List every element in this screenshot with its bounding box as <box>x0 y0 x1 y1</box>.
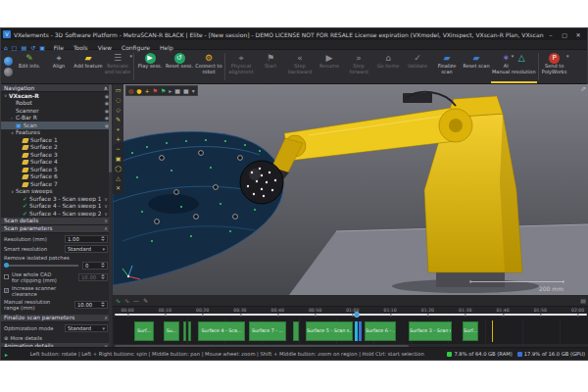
playhead-handle[interactable] <box>354 312 360 318</box>
remove-selection-icon[interactable]: − <box>114 144 122 154</box>
relocate-and-locate-button[interactable]: ☰Relocate and locate▾ <box>103 50 132 83</box>
tree-item-surface-4-scan-sweep-2[interactable]: ✓Surface 4 - Scan sweep 2∨ <box>1 210 111 218</box>
select-all-icon[interactable]: ▣ <box>114 154 122 164</box>
select-visible-icon[interactable]: ◯ <box>114 164 122 173</box>
ai-resolution-button[interactable]: ✶AI▾ <box>498 50 514 70</box>
timeline-ruler[interactable]: 00:0000:1000:2000:3000:4000:5001:0001:10… <box>113 307 588 318</box>
step-backward-button[interactable]: «Step backward <box>285 50 315 83</box>
maximize-button[interactable]: ▢ <box>558 31 571 38</box>
close-button[interactable]: ✕ <box>571 31 585 38</box>
flag-green-icon[interactable]: ⚑ <box>161 86 166 95</box>
resolution-input[interactable]: 1.00 <box>65 235 108 243</box>
timeline-block[interactable] <box>359 321 362 341</box>
go-home-button[interactable]: ⌂Go home <box>373 50 403 83</box>
animation-curve-icon[interactable]: ∿ <box>116 296 121 305</box>
tree-item-robot[interactable]: Robot◉ <box>1 100 111 108</box>
timeline-block[interactable] <box>188 321 191 341</box>
manual-range-input[interactable]: 10.00 <box>74 301 108 309</box>
slider-handle[interactable] <box>4 263 9 268</box>
select-polygon-icon[interactable]: ◇ <box>114 105 122 115</box>
tree-item-scan-sweeps[interactable]: ∨Scan sweeps <box>1 188 111 196</box>
timeline-block-su[interactable]: Su... <box>164 321 179 341</box>
tree-item-features[interactable]: ∨Features <box>1 129 111 137</box>
optimization-mode-select[interactable]: Standard ▾ <box>65 324 108 332</box>
dropdown-caret-icon[interactable]: ▾ <box>566 53 569 59</box>
timeline-slider-line[interactable] <box>115 314 587 316</box>
tree-item-scanner[interactable]: Scanner◉ <box>1 107 111 115</box>
tree-item-surface-3-scan-sweep-1[interactable]: ✓Surface 3 - Scan sweep 1∨ <box>1 195 111 203</box>
tree-item-surface-6[interactable]: Surface 6 <box>1 173 111 181</box>
tree-item-surface-7[interactable]: Surface 7 <box>1 180 111 188</box>
caret-down-icon[interactable]: ▾ <box>192 86 195 95</box>
tree-item-surface-4-scan-sweep-1[interactable]: ✓Surface 4 - Scan sweep 1∨ <box>1 203 111 211</box>
start-button[interactable]: ⚑Start <box>256 50 285 83</box>
stepper-arrows[interactable] <box>101 235 105 243</box>
reset-scan-button[interactable]: ▰Reset scan <box>462 50 491 83</box>
chevron-down-icon[interactable]: ∨ <box>104 203 108 209</box>
edit-curve-icon[interactable]: ✎ <box>143 296 148 305</box>
flag-red-icon[interactable]: ⚑ <box>153 86 158 95</box>
timeline-block-surf[interactable]: Surf... <box>463 321 478 341</box>
chevron-down-icon[interactable]: ∨ <box>104 196 108 202</box>
step-forward-button[interactable]: »Step forward <box>344 50 373 83</box>
play-session-button[interactable]: ▶Play sess. <box>135 50 165 83</box>
collapse-chevron-icon[interactable]: ∧ <box>104 85 108 91</box>
timeline-block[interactable] <box>355 321 358 341</box>
navigation-header[interactable]: Navigation ∧ <box>1 84 111 92</box>
tree-item-scan[interactable]: ▣Scan◉ <box>1 122 111 129</box>
clear-selection-icon[interactable]: ✕ <box>114 183 122 193</box>
timeline-block[interactable] <box>183 321 186 341</box>
tree-item-surface-2[interactable]: Surface 2 <box>1 144 111 152</box>
tree-item-surface-1[interactable]: Surface 1 <box>1 136 111 144</box>
tree-item-surface-3[interactable]: Surface 3 <box>1 151 111 159</box>
align-button[interactable]: ⌖Align <box>44 50 74 83</box>
timeline-block[interactable] <box>293 321 299 341</box>
viewer-sphere-icon[interactable] <box>4 57 13 66</box>
dropdown-caret-icon[interactable]: ▾ <box>129 53 132 59</box>
validate-button[interactable]: ✓Validate <box>403 50 432 83</box>
patches-slider[interactable] <box>4 265 78 267</box>
add-selection-icon[interactable]: + <box>114 134 122 144</box>
viewer-sphere-alt-icon[interactable] <box>4 68 13 76</box>
clipping-checkbox[interactable] <box>4 274 9 279</box>
timeline-block-surface-5-scan-s[interactable]: Surface 5 - Scan s... <box>306 321 353 341</box>
timeline-track[interactable]: Surf...Su...Surface 4 - Sca...Surface 7 … <box>113 318 588 344</box>
add-feature-button[interactable]: ▰Add feature <box>74 50 103 83</box>
chevron-down-icon[interactable]: ∨ <box>104 211 108 217</box>
more-details-link[interactable]: ⊕ More details <box>1 334 111 343</box>
tree-item-surface-4[interactable]: Surface 4 <box>1 159 111 167</box>
grid-select-icon[interactable]: ▦ <box>174 86 180 95</box>
curve-secondary-icon[interactable]: ∿ <box>124 296 129 305</box>
tree-item-surface-5[interactable]: Surface 5 <box>1 166 111 173</box>
caret-right-icon[interactable]: ▸ <box>169 86 172 95</box>
tree-item-c-bar-r[interactable]: ›C-Bar R◉ <box>1 115 111 122</box>
timeline-block-surface-4-sca[interactable]: Surface 4 - Sca... <box>198 321 245 341</box>
select-triangles-icon[interactable]: △ <box>114 173 122 183</box>
timeline-block-surface-3-scan-s[interactable]: Surface 3 - Scan s... <box>409 321 452 341</box>
send-to-polyworks-button[interactable]: PSend to PolyWorks▾ <box>540 50 569 83</box>
pick-icon[interactable]: ⌖ <box>114 124 122 134</box>
targets-dot-icon[interactable]: ● <box>136 86 141 95</box>
timeline-options-icon[interactable]: ▤ <box>580 297 586 304</box>
connect-to-robot-button[interactable]: ⚙Connect to robot <box>194 50 223 83</box>
tree-item-vxscan-r[interactable]: ∨VXscan-R◉ <box>1 92 111 100</box>
physical-alignment-button[interactable]: ⌖Physical alignment <box>226 50 256 83</box>
resolution-mesh-button[interactable]: △ <box>514 50 529 70</box>
scrollbar-thumb[interactable] <box>109 84 112 172</box>
grid-select-alt-icon[interactable]: ▦ <box>183 86 189 95</box>
add-target-icon[interactable]: + <box>145 86 150 95</box>
timeline-block-surface-7[interactable]: Surface 7 - ... <box>249 321 286 341</box>
sidebar-scrollbar[interactable] <box>109 84 112 349</box>
clearance-checkbox[interactable]: ✓ <box>4 288 9 293</box>
finalize-scan-button[interactable]: ▰Finalize scan <box>432 50 462 83</box>
flat-curve-icon[interactable]: — <box>133 296 139 305</box>
select-freeform-icon[interactable]: ✎ <box>114 115 122 124</box>
resume-button[interactable]: ▶Resume <box>315 50 344 83</box>
3d-viewport[interactable]: 200 mm ▭◌◇✎⌖+−▣◯△✕ ◎●+⚑⚑▸▦▦▾ ⇗ <box>113 84 588 295</box>
patches-input[interactable]: 0 <box>82 262 108 270</box>
smart-resolution-select[interactable]: Standard ▾ <box>65 245 108 253</box>
expand-viewport-icon[interactable]: ⇗ <box>580 85 586 93</box>
select-circle-icon[interactable]: ◌ <box>114 95 122 105</box>
target-icon[interactable]: ◎ <box>128 86 133 95</box>
scan-parameters-header[interactable]: Scan parameters ∧ <box>1 225 111 233</box>
